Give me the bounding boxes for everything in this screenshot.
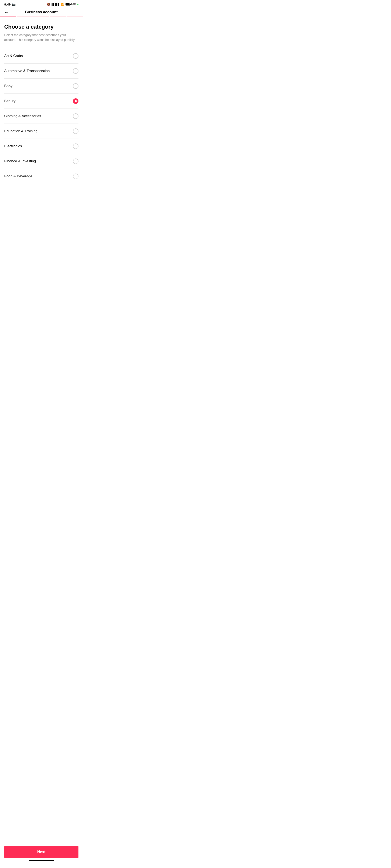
- page-subtitle: Select the category that best describes …: [4, 33, 79, 42]
- radio-finance[interactable]: [73, 158, 79, 164]
- category-label-automotive: Automotive & Transportation: [4, 69, 50, 73]
- radio-automotive[interactable]: [73, 68, 79, 74]
- category-item-clothing[interactable]: Clothing & Accessories: [4, 109, 79, 124]
- radio-education[interactable]: [73, 128, 79, 134]
- time-display: 9:49: [4, 3, 10, 6]
- wifi-icon: 📶: [61, 3, 64, 6]
- radio-baby[interactable]: [73, 83, 79, 89]
- status-bar: 9:49 📷 🔕 ▌▌▌▌▌ 📶 96%: [0, 0, 83, 8]
- category-label-food-beverage: Food & Beverage: [4, 174, 32, 179]
- radio-electronics[interactable]: [73, 144, 79, 149]
- battery-indicator: 96%: [65, 3, 79, 6]
- radio-beauty[interactable]: [73, 98, 79, 104]
- category-label-electronics: Electronics: [4, 144, 22, 148]
- category-label-art-crafts: Art & Crafts: [4, 54, 23, 58]
- category-list: Art & Crafts Automotive & Transportation…: [4, 49, 79, 184]
- progress-segment-4: [50, 17, 66, 17]
- battery-dot: [77, 4, 79, 5]
- radio-art-crafts[interactable]: [73, 53, 79, 59]
- category-label-beauty: Beauty: [4, 99, 16, 103]
- mute-icon: 🔕: [47, 3, 50, 6]
- category-label-clothing: Clothing & Accessories: [4, 114, 41, 118]
- progress-segment-2: [17, 17, 33, 17]
- progress-segment-5: [67, 17, 83, 17]
- battery-text: 96%: [71, 3, 76, 6]
- category-item-automotive[interactable]: Automotive & Transportation: [4, 64, 79, 79]
- category-item-art-crafts[interactable]: Art & Crafts: [4, 49, 79, 64]
- radio-clothing[interactable]: [73, 113, 79, 119]
- back-button[interactable]: ←: [4, 9, 9, 15]
- category-item-finance[interactable]: Finance & Investing: [4, 154, 79, 169]
- header-title: Business account: [25, 10, 58, 14]
- category-item-beauty[interactable]: Beauty: [4, 94, 79, 109]
- category-label-finance: Finance & Investing: [4, 159, 36, 163]
- page-header: ← Business account: [0, 8, 83, 17]
- category-item-baby[interactable]: Baby: [4, 79, 79, 94]
- category-item-food-beverage[interactable]: Food & Beverage: [4, 169, 79, 184]
- progress-segment-1: [0, 17, 16, 17]
- radio-food-beverage[interactable]: [73, 174, 79, 179]
- category-item-electronics[interactable]: Electronics: [4, 139, 79, 154]
- progress-segment-3: [33, 17, 50, 17]
- main-content: Choose a category Select the category th…: [0, 17, 83, 209]
- page-title: Choose a category: [4, 24, 79, 30]
- category-item-education[interactable]: Education & Training: [4, 124, 79, 139]
- status-time: 9:49 📷: [4, 3, 16, 6]
- status-icons: 🔕 ▌▌▌▌▌ 📶 96%: [47, 3, 79, 6]
- signal-icon: ▌▌▌▌▌: [52, 3, 60, 6]
- camera-icon: 📷: [12, 3, 16, 6]
- category-label-baby: Baby: [4, 84, 12, 88]
- category-label-education: Education & Training: [4, 129, 37, 133]
- progress-bar: [0, 17, 83, 17]
